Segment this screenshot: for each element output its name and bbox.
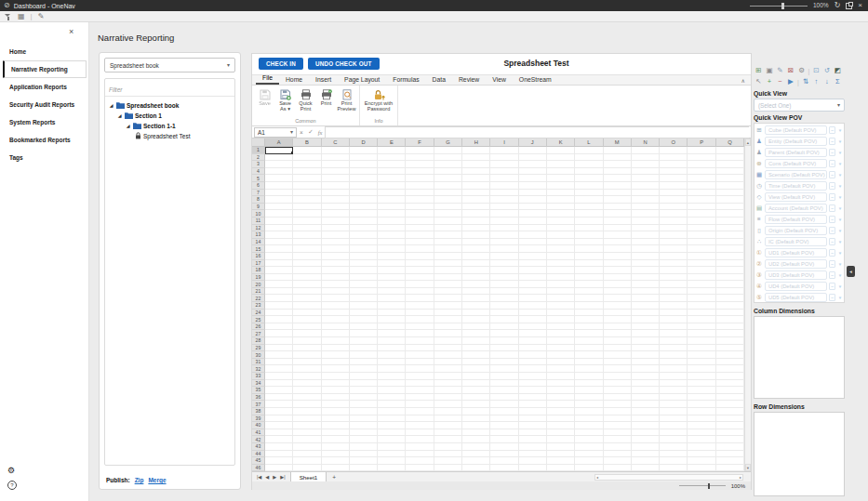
grid-cell[interactable] bbox=[490, 161, 518, 168]
grid-cell[interactable] bbox=[462, 182, 490, 190]
grid-cell[interactable] bbox=[660, 295, 688, 302]
table-options-icon[interactable]: ◩ bbox=[834, 67, 842, 74]
delete-item-icon[interactable]: ⊠ bbox=[787, 67, 795, 74]
grid-cell[interactable] bbox=[265, 394, 293, 402]
grid-cell[interactable] bbox=[490, 394, 518, 402]
grid-cell[interactable] bbox=[519, 302, 547, 310]
grid-cell[interactable] bbox=[575, 330, 603, 337]
grid-cell[interactable] bbox=[688, 365, 715, 373]
sidebar-item-tags[interactable]: Tags bbox=[0, 149, 89, 166]
grid-cell[interactable] bbox=[462, 260, 490, 268]
grid-cell[interactable] bbox=[547, 218, 575, 225]
grid-cell[interactable] bbox=[660, 408, 688, 415]
grid-cell[interactable] bbox=[350, 401, 378, 408]
grid-cell[interactable] bbox=[322, 147, 350, 154]
grid-cell[interactable] bbox=[265, 190, 293, 197]
grid-cell[interactable] bbox=[265, 245, 293, 253]
grid-cell[interactable] bbox=[688, 359, 715, 366]
prev-sheet-icon[interactable]: ◀ bbox=[265, 474, 269, 480]
grid-cell[interactable] bbox=[660, 465, 688, 471]
book-selector-dropdown[interactable]: Spreadsheet book ▾ bbox=[104, 58, 235, 73]
grid-cell[interactable] bbox=[293, 465, 321, 471]
grid-cell[interactable] bbox=[575, 316, 603, 323]
grid-cell[interactable] bbox=[462, 365, 490, 373]
grid-cell[interactable] bbox=[716, 147, 744, 154]
run-icon[interactable]: ▶ bbox=[787, 78, 795, 86]
grid-cell[interactable] bbox=[350, 422, 378, 429]
grid-cell[interactable] bbox=[265, 218, 293, 225]
grid-cell[interactable] bbox=[604, 310, 632, 317]
grid-cell[interactable] bbox=[265, 302, 293, 310]
expander-icon[interactable]: ◢ bbox=[127, 124, 131, 128]
grid-cell[interactable] bbox=[378, 330, 406, 337]
grid-cell[interactable] bbox=[434, 408, 462, 415]
grid-cell[interactable] bbox=[632, 225, 660, 232]
filter-icon[interactable]: ▼ bbox=[837, 151, 843, 155]
grid-cell[interactable] bbox=[293, 451, 321, 458]
grid-cell[interactable] bbox=[660, 302, 688, 310]
tab-home[interactable]: Home bbox=[279, 74, 309, 85]
grid-cell[interactable] bbox=[547, 351, 575, 359]
grid-cell[interactable] bbox=[322, 380, 350, 388]
new-item-icon[interactable]: ⊞ bbox=[754, 67, 763, 74]
filter-icon[interactable]: ▼ bbox=[837, 162, 843, 166]
grid-cell[interactable] bbox=[632, 443, 660, 451]
grid-cell[interactable] bbox=[293, 274, 321, 282]
grid-cell[interactable] bbox=[490, 281, 518, 288]
grid-cell[interactable] bbox=[519, 345, 547, 352]
grid-cell[interactable] bbox=[434, 351, 462, 359]
grid-cell[interactable] bbox=[265, 281, 293, 288]
grid-cell[interactable] bbox=[688, 310, 715, 317]
grid-cell[interactable] bbox=[632, 175, 660, 182]
grid-cell[interactable] bbox=[547, 365, 575, 373]
column-header-f[interactable]: F bbox=[406, 138, 434, 147]
grid-cell[interactable] bbox=[265, 451, 293, 458]
grid-cell[interactable] bbox=[688, 408, 715, 415]
grid-cell[interactable] bbox=[490, 218, 518, 225]
grid-cell[interactable] bbox=[688, 288, 715, 296]
grid-cell[interactable] bbox=[293, 175, 321, 182]
grid-cell[interactable] bbox=[462, 330, 490, 337]
grid-cell[interactable] bbox=[716, 337, 744, 345]
grid-cell[interactable] bbox=[322, 387, 350, 394]
grid-cell[interactable] bbox=[406, 175, 434, 182]
grid-cell[interactable] bbox=[350, 429, 378, 437]
grid-cell[interactable] bbox=[378, 245, 406, 253]
grid-cell[interactable] bbox=[632, 401, 660, 408]
copy-icon[interactable]: ⊡ bbox=[812, 67, 821, 74]
grid-cell[interactable] bbox=[265, 373, 293, 380]
grid-cell[interactable] bbox=[322, 394, 350, 402]
grid-cell[interactable] bbox=[378, 147, 406, 154]
grid-cell[interactable] bbox=[462, 337, 490, 345]
grid-cell[interactable] bbox=[716, 295, 744, 302]
grid-cell[interactable] bbox=[632, 147, 660, 154]
member-picker-button[interactable]: − bbox=[829, 271, 835, 279]
row-header-2[interactable]: 2 bbox=[252, 154, 265, 162]
grid-cell[interactable] bbox=[378, 168, 406, 176]
grid-cell[interactable] bbox=[378, 161, 406, 168]
grid-cell[interactable] bbox=[547, 210, 575, 218]
grid-cell[interactable] bbox=[406, 168, 434, 176]
grid-cell[interactable] bbox=[575, 387, 603, 394]
grid-cell[interactable] bbox=[575, 295, 603, 302]
grid-cell[interactable] bbox=[604, 281, 632, 288]
grid-cell[interactable] bbox=[519, 239, 547, 246]
row-header-37[interactable]: 37 bbox=[252, 401, 265, 408]
grid-cell[interactable] bbox=[322, 443, 350, 451]
member-picker-button[interactable]: − bbox=[829, 149, 835, 156]
grid-cell[interactable] bbox=[434, 373, 462, 380]
grid-cell[interactable] bbox=[716, 260, 744, 268]
grid-cell[interactable] bbox=[632, 260, 660, 268]
grid-cell[interactable] bbox=[265, 204, 293, 211]
grid-cell[interactable] bbox=[322, 302, 350, 310]
grid-cell[interactable] bbox=[434, 316, 462, 323]
grid-cell[interactable] bbox=[350, 253, 378, 260]
grid-cell[interactable] bbox=[434, 457, 462, 465]
grid-cell[interactable] bbox=[716, 380, 744, 388]
grid-cell[interactable] bbox=[519, 253, 547, 260]
grid-cell[interactable] bbox=[716, 225, 744, 232]
column-header-l[interactable]: L bbox=[575, 138, 603, 147]
grid-cell[interactable] bbox=[406, 147, 434, 154]
grid-cell[interactable] bbox=[293, 401, 321, 408]
grid-cell[interactable] bbox=[688, 345, 715, 352]
